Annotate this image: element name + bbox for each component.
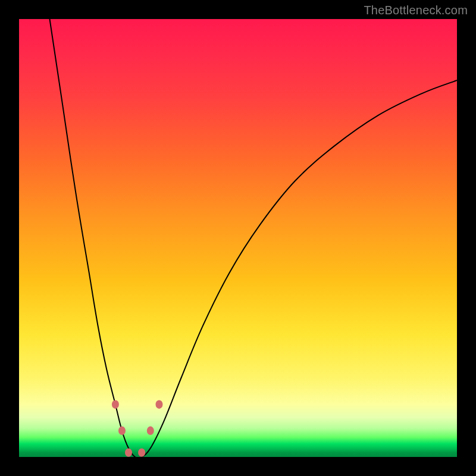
marker-group xyxy=(112,400,163,457)
chart-frame: TheBottleneck.com xyxy=(0,0,476,476)
marker-knee-right-lower xyxy=(147,427,154,435)
marker-knee-right-upper xyxy=(156,400,163,409)
watermark-text: TheBottleneck.com xyxy=(364,4,468,17)
plot-area xyxy=(19,19,457,457)
marker-trough-left xyxy=(125,448,132,456)
curve-layer xyxy=(19,19,457,457)
bottleneck-curve xyxy=(50,19,458,457)
marker-knee-left-lower xyxy=(118,427,126,435)
marker-knee-left-upper xyxy=(112,400,119,409)
marker-trough-right xyxy=(138,448,145,456)
